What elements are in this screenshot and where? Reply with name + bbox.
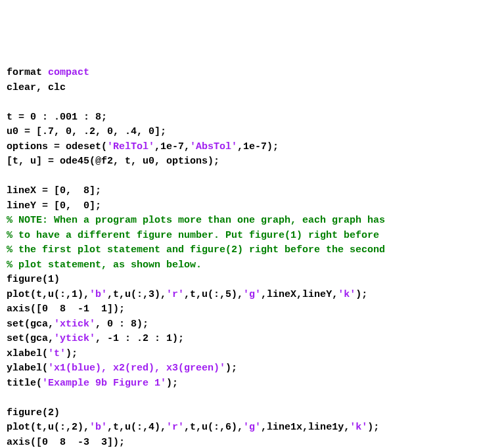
code-token: format <box>7 67 48 78</box>
code-token: ,line1x,line1y, <box>261 422 350 433</box>
code-token: u0 = [.7, 0, .2, 0, .4, 0]; <box>7 126 166 137</box>
code-token: 't' <box>48 348 66 359</box>
code-line: set(gca,'xtick', 0 : 8); <box>7 317 497 332</box>
code-line: [t, u] = ode45(@f2, t, u0, options); <box>7 154 497 169</box>
code-token: 'k' <box>338 289 355 300</box>
code-line: % the first plot statement and figure(2)… <box>7 243 497 258</box>
code-token: set(gca, <box>7 333 54 344</box>
code-token: , -1 : .2 : 1); <box>95 333 184 344</box>
code-line: options = odeset('RelTol',1e-7,'AbsTol',… <box>7 140 497 155</box>
code-token: ); <box>225 363 237 374</box>
code-line: axis([0 8 -3 3]); <box>7 436 497 449</box>
code-line <box>7 391 497 406</box>
code-token: t = 0 : .001 : 8; <box>7 112 107 123</box>
code-line: title('Example 9b Figure 1'); <box>7 376 497 392</box>
code-token: plot(t,u(:,1), <box>7 289 89 300</box>
code-token: clear, clc <box>7 82 66 93</box>
code-line: lineY = [0, 0]; <box>7 199 497 214</box>
code-token: [t, u] = ode45(@f2, t, u0, options); <box>7 156 219 167</box>
code-token: ); <box>367 422 379 433</box>
code-token: 'AbsTol' <box>190 141 237 152</box>
code-token: ,t,u(:,6), <box>184 422 243 433</box>
code-token: axis([0 8 -3 3]); <box>7 437 125 448</box>
code-token: axis([0 8 -1 1]); <box>7 303 125 315</box>
code-token: ,t,u(:,3), <box>107 289 166 300</box>
code-token: % plot statement, as shown below. <box>7 259 202 271</box>
code-line: plot(t,u(:,2),'b',t,u(:,4),'r',t,u(:,6),… <box>7 420 497 436</box>
code-line: figure(2) <box>7 406 497 421</box>
code-line: set(gca,'ytick', -1 : .2 : 1); <box>7 332 497 347</box>
code-token: ,1e-7, <box>154 141 190 152</box>
code-line <box>7 169 497 185</box>
code-token: compact <box>48 67 89 78</box>
code-token: % to have a different figure number. Put… <box>7 230 379 241</box>
code-token: ); <box>66 348 78 359</box>
code-token: 'b' <box>89 289 107 300</box>
code-token: 'Example 9b Figure 1' <box>42 378 166 389</box>
code-token: 'g' <box>243 422 261 433</box>
matlab-code-block: format compactclear, clc t = 0 : .001 : … <box>7 66 497 448</box>
code-token: % NOTE: When a program plots more than o… <box>7 215 385 226</box>
code-token: lineY = [0, 0]; <box>7 200 101 212</box>
code-token: figure(2) <box>7 407 60 418</box>
code-token: 'b' <box>89 422 107 433</box>
code-token: ,t,u(:,5), <box>184 289 243 300</box>
code-line: figure(1) <box>7 273 497 288</box>
code-token: 'RelTol' <box>107 141 154 152</box>
code-line: format compact <box>7 66 497 81</box>
code-line: % NOTE: When a program plots more than o… <box>7 213 497 229</box>
code-line: ylabel('x1(blue), x2(red), x3(green)'); <box>7 361 497 376</box>
code-line <box>7 95 497 110</box>
code-token: figure(1) <box>7 274 60 285</box>
code-token: % the first plot statement and figure(2)… <box>7 244 385 256</box>
code-token: 'x1(blue), x2(red), x3(green)' <box>48 363 225 374</box>
code-token: ylabel( <box>7 363 48 374</box>
code-token: title( <box>7 378 42 389</box>
code-token: ,t,u(:,4), <box>107 422 166 433</box>
code-line: u0 = [.7, 0, .2, 0, .4, 0]; <box>7 125 497 140</box>
code-token: xlabel( <box>7 348 48 359</box>
code-token: 'ytick' <box>54 333 95 344</box>
code-token: , 0 : 8); <box>95 319 149 330</box>
code-token: plot(t,u(:,2), <box>7 422 89 433</box>
code-token: 'r' <box>166 289 184 300</box>
code-token: lineX = [0, 8]; <box>7 185 101 196</box>
code-line: lineX = [0, 8]; <box>7 184 497 199</box>
code-token: options = odeset( <box>7 141 107 152</box>
code-token: 'k' <box>350 422 367 433</box>
code-line: clear, clc <box>7 81 497 96</box>
code-token: ,1e-7); <box>237 141 279 152</box>
code-token: set(gca, <box>7 319 54 330</box>
code-token: ,lineX,lineY, <box>261 289 338 300</box>
code-token: ); <box>355 289 367 300</box>
code-line: t = 0 : .001 : 8; <box>7 110 497 125</box>
code-token: 'g' <box>243 289 261 300</box>
code-line: xlabel('t'); <box>7 347 497 362</box>
code-line: plot(t,u(:,1),'b',t,u(:,3),'r',t,u(:,5),… <box>7 288 497 303</box>
code-token: 'r' <box>166 422 184 433</box>
code-line: % to have a different figure number. Put… <box>7 229 497 244</box>
code-token: ); <box>166 378 178 389</box>
code-token: 'xtick' <box>54 319 95 330</box>
code-line: axis([0 8 -1 1]); <box>7 302 497 317</box>
code-line: % plot statement, as shown below. <box>7 258 497 273</box>
